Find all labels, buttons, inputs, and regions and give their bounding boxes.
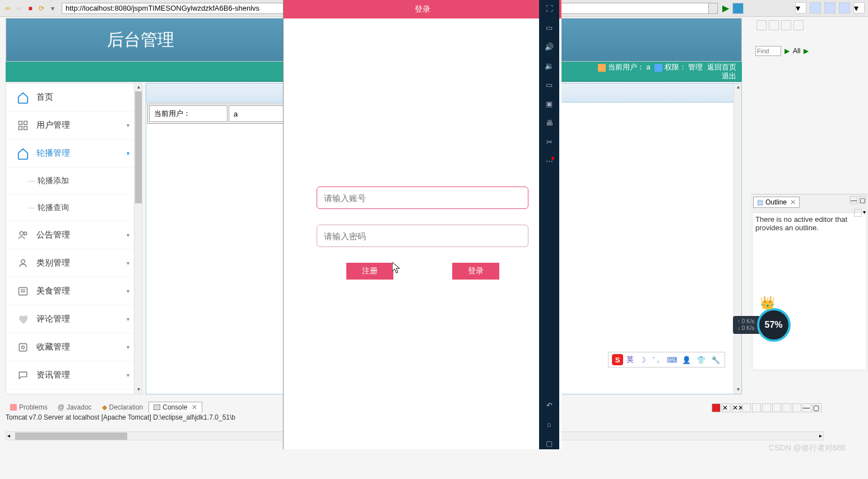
scroll-left-icon[interactable]: ◂ (7, 433, 10, 439)
go-icon[interactable]: ▶ (720, 3, 731, 14)
watermark: CSDN @修行者对686 (769, 443, 846, 453)
maximize-icon[interactable]: ▢ (859, 196, 866, 204)
copy-icon[interactable] (769, 20, 779, 30)
sidebar-item-favorite[interactable]: 收藏管理 ▾ (6, 333, 134, 361)
sidebar-item-users[interactable]: 用户管理 ▾ (6, 111, 134, 139)
outline-tool-icon[interactable] (854, 209, 862, 217)
outline-tab[interactable]: ▤ Outline ✕ (753, 197, 800, 208)
back-icon[interactable]: ⇦ (3, 4, 12, 13)
volume-down-icon[interactable]: 🔉 (543, 59, 555, 72)
maximize-icon[interactable]: ▢ (813, 403, 821, 412)
remove-icon[interactable]: ✕ (722, 403, 731, 412)
find-input[interactable] (755, 46, 781, 56)
refresh-icon[interactable]: ⟳ (37, 4, 46, 13)
svg-rect-0 (19, 121, 22, 124)
pin-icon[interactable] (762, 403, 771, 412)
scroll-down-icon[interactable]: ▾ (134, 386, 142, 394)
ime-keyboard-icon[interactable]: ⌨ (666, 354, 677, 365)
scroll-thumb[interactable] (135, 91, 142, 203)
home-link[interactable]: 返回首页 (707, 63, 736, 71)
close-icon[interactable]: ✕ (192, 403, 197, 411)
mobile-emulator: 登录 注册 登录 (283, 0, 561, 449)
display-console-icon[interactable] (772, 403, 781, 412)
svg-rect-3 (24, 126, 27, 129)
ime-logo-icon[interactable]: S (612, 354, 623, 365)
save-icon[interactable] (781, 20, 791, 30)
volume-up-icon[interactable]: 🔊 (543, 40, 555, 53)
tool-icon-4[interactable]: ▾ (853, 2, 865, 13)
home-icon[interactable]: 🖶 (543, 117, 555, 129)
sidebar-item-carousel[interactable]: 轮播管理 ▾ (6, 139, 134, 168)
stop-console-icon[interactable] (712, 403, 721, 412)
grid-icon (16, 119, 30, 132)
more-icon[interactable]: ⋯ (543, 155, 555, 167)
status-perm-value: 管理 (688, 63, 703, 71)
user-icon (598, 64, 606, 72)
find-next-icon[interactable]: ▶ (804, 47, 809, 55)
scroll-up-icon[interactable]: ▴ (134, 83, 142, 91)
fullscreen-icon[interactable]: ⛶ (543, 2, 555, 15)
outline-menu-icon[interactable]: ▾ (863, 209, 866, 217)
tab-console[interactable]: Console ✕ (148, 402, 202, 412)
main-scrollbar[interactable]: ▴ ▾ (734, 83, 741, 394)
cut-icon[interactable] (756, 20, 767, 30)
chat-icon (16, 369, 30, 382)
login-button[interactable]: 登录 (452, 263, 499, 280)
open-console-icon[interactable] (782, 403, 791, 412)
find-go-icon[interactable]: ▶ (785, 47, 790, 55)
tab-problems[interactable]: Problems (6, 402, 52, 412)
sidebar-item-food[interactable]: 美食管理 ▾ (6, 277, 134, 305)
find-all-label[interactable]: All (793, 47, 800, 55)
url-dropdown-icon[interactable] (709, 3, 718, 14)
ime-toolbar[interactable]: S 英 ☽ '， ⌨ 👤 👕 🔧 (608, 352, 725, 368)
password-input[interactable] (317, 225, 528, 247)
ime-lang[interactable]: 英 (626, 355, 634, 365)
ime-moon-icon[interactable]: ☽ (637, 354, 648, 365)
logout-link[interactable]: 退出 (722, 72, 736, 80)
home-nav-icon[interactable]: ⌂ (543, 418, 555, 430)
scroll-right-icon[interactable]: ▸ (819, 433, 822, 439)
forward-icon[interactable]: ⇨ (15, 4, 24, 13)
recent-nav-icon[interactable]: ▢ (543, 437, 555, 449)
landscape-icon[interactable]: ▭ (543, 78, 555, 91)
scroll-lock-icon[interactable] (742, 403, 751, 412)
console-icon (154, 404, 160, 410)
ime-punct-icon[interactable]: '， (652, 354, 663, 365)
register-button[interactable]: 注册 (346, 263, 393, 280)
ime-tool-icon[interactable]: 🔧 (710, 354, 721, 365)
clear-icon[interactable] (752, 403, 761, 412)
browser-icon[interactable] (732, 3, 744, 14)
close-icon[interactable]: ✕ (790, 198, 796, 206)
cut-icon[interactable]: ✂ (543, 136, 555, 148)
account-input[interactable] (317, 187, 528, 209)
tool-icon-1[interactable] (810, 2, 821, 13)
display-icon[interactable]: ▭ (543, 21, 555, 34)
sidebar-item-category[interactable]: 类别管理 ▾ (6, 249, 134, 277)
hscroll-thumb[interactable] (15, 433, 127, 440)
tool-icon-3[interactable] (839, 2, 850, 13)
ime-skin-icon[interactable]: 👕 (695, 354, 707, 365)
sidebar-scrollbar[interactable]: ▴ ▾ (134, 83, 142, 394)
sidebar-item-home[interactable]: 首页 (6, 83, 134, 111)
tab-declaration[interactable]: ◆Declaration (98, 402, 148, 412)
ime-person-icon[interactable]: 👤 (681, 354, 692, 365)
paste-icon[interactable] (793, 20, 804, 30)
stop-icon[interactable]: ■ (26, 4, 35, 13)
new-console-icon[interactable] (792, 403, 801, 412)
dropdown-icon[interactable]: ▾ (48, 4, 57, 13)
network-widget[interactable]: 👑 ↑ 0 K/s ↓ 0 K/s 57% (733, 308, 791, 342)
sidebar-item-comment[interactable]: 评论管理 ▾ (6, 305, 134, 333)
tool-icon-2[interactable] (824, 2, 835, 13)
remove-all-icon[interactable]: ✕✕ (732, 403, 741, 412)
minimize-icon[interactable]: — (850, 196, 857, 204)
device-icon[interactable]: ▣ (543, 97, 555, 110)
tab-javadoc[interactable]: @Javadoc (53, 402, 96, 412)
sidebar-subitem-add[interactable]: 轮播添加 (6, 168, 134, 194)
back-nav-icon[interactable]: ↶ (543, 399, 555, 411)
net-up: 0 K/s (742, 318, 755, 324)
minimize-icon[interactable]: — (802, 403, 811, 412)
sidebar-subitem-query[interactable]: 轮播查询 (6, 194, 134, 221)
sidebar-item-notice[interactable]: 公告管理 ▾ (6, 221, 134, 249)
sidebar-item-news[interactable]: 资讯管理 ▾ (6, 361, 134, 389)
new-dropdown-icon[interactable]: ▾ (795, 2, 806, 13)
